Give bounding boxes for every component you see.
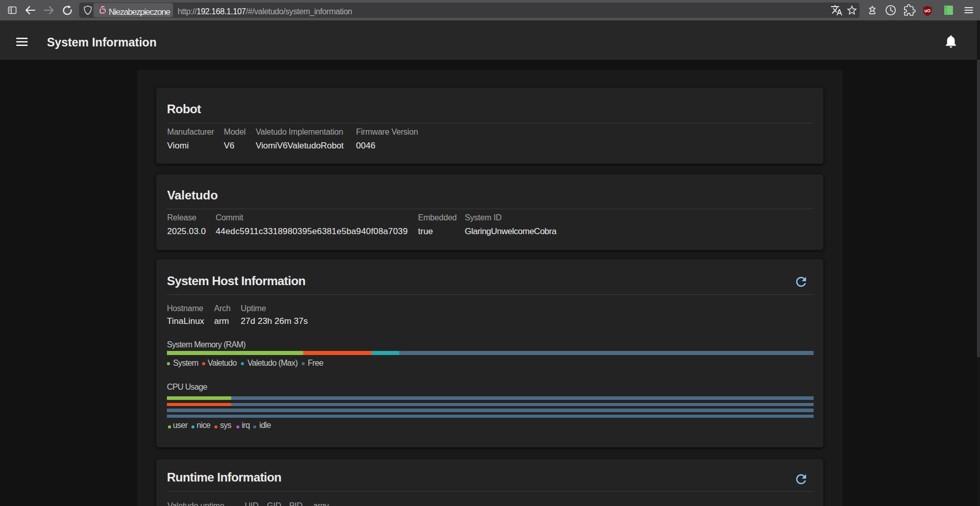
- svg-text:uO: uO: [924, 8, 930, 13]
